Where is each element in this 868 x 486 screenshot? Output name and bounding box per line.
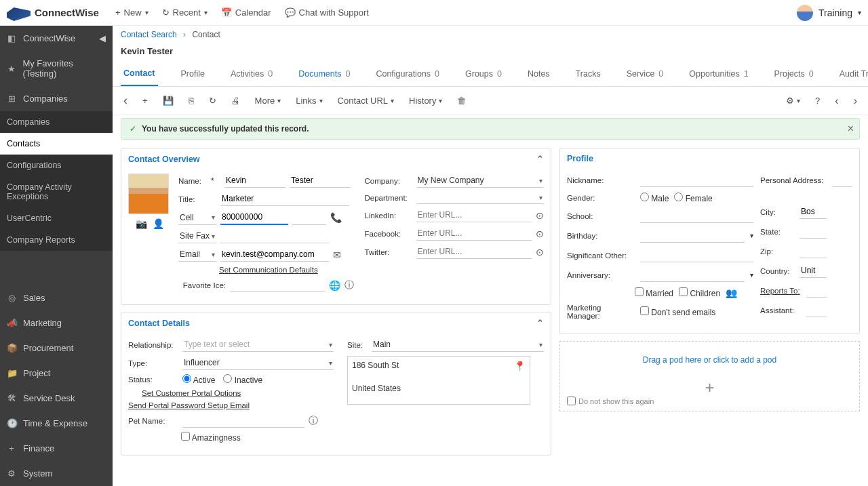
- dial-button[interactable]: 📞: [330, 212, 342, 223]
- school-input[interactable]: [640, 209, 753, 223]
- sidebar-sub-company-reports[interactable]: Company Reports: [0, 229, 113, 251]
- delete-button[interactable]: 🗑: [454, 93, 469, 108]
- email-input[interactable]: [220, 247, 329, 262]
- cell-ext-input[interactable]: [292, 211, 326, 225]
- prev-record-button[interactable]: ‹: [832, 92, 841, 110]
- new-button[interactable]: + New ▾: [115, 7, 149, 18]
- help-button[interactable]: ?: [812, 93, 823, 108]
- sidebar-sub-companies[interactable]: Companies: [0, 111, 113, 133]
- city-input[interactable]: [800, 205, 827, 219]
- twitter-input[interactable]: [416, 245, 532, 259]
- person-button[interactable]: 👤: [153, 218, 164, 229]
- sidebar-item-system[interactable]: ⚙System: [0, 461, 113, 486]
- dept-select[interactable]: ▾: [416, 192, 545, 204]
- save-button[interactable]: 💾: [160, 93, 176, 108]
- pod-drop-zone[interactable]: Drag a pod here or click to add a pod + …: [559, 341, 860, 411]
- amazingness-checkbox[interactable]: Amazingness: [181, 432, 241, 443]
- globe-button[interactable]: 🌐: [329, 280, 340, 291]
- sidebar-item-favorites[interactable]: ★My Favorites (Testing): [0, 51, 113, 86]
- close-alert-button[interactable]: ×: [848, 123, 854, 135]
- reports-to-input[interactable]: [806, 283, 827, 298]
- tab-activities[interactable]: Activities0: [228, 62, 275, 85]
- recent-button[interactable]: ↻ Recent ▾: [162, 7, 208, 18]
- sidebar-sub-configurations[interactable]: Configurations: [0, 155, 113, 176]
- tab-tracks[interactable]: Tracks: [573, 62, 604, 85]
- paddr-input[interactable]: [832, 173, 852, 187]
- reports-to-link[interactable]: Reports To:: [760, 287, 801, 295]
- add-button[interactable]: +: [140, 93, 151, 108]
- sidebar-sub-usercentric[interactable]: UserCentric: [0, 207, 113, 229]
- state-input[interactable]: [800, 224, 827, 239]
- status-active-radio[interactable]: Active: [182, 374, 215, 385]
- type-select[interactable]: Influencer▾: [182, 356, 334, 370]
- sidebar-item-project[interactable]: 📁Project: [0, 361, 113, 386]
- no-emails-checkbox[interactable]: Don't send emails: [640, 306, 715, 317]
- print-button[interactable]: 🖨: [229, 93, 243, 108]
- gender-male-radio[interactable]: Male: [640, 193, 669, 203]
- tab-service[interactable]: Service0: [624, 62, 667, 85]
- facebook-go[interactable]: ⊙: [536, 228, 544, 239]
- tab-profile[interactable]: Profile: [178, 62, 208, 85]
- info-button[interactable]: ⓘ: [344, 279, 354, 291]
- tab-notes[interactable]: Notes: [525, 62, 553, 85]
- refresh-button[interactable]: ↻: [206, 93, 219, 108]
- children-checkbox[interactable]: Children: [679, 287, 720, 298]
- sidebar-item-finance[interactable]: +Finance: [0, 436, 113, 461]
- fax-type-select[interactable]: Site Fax▾: [178, 229, 216, 243]
- pwd-email-link[interactable]: Send Portal Password Setup Email: [128, 401, 250, 409]
- links-button[interactable]: Links ▾: [293, 93, 325, 108]
- first-name-input[interactable]: [224, 174, 285, 188]
- collapse-icon[interactable]: ◀: [99, 33, 106, 43]
- sidebar-item-procurement[interactable]: 📦Procurement: [0, 336, 113, 361]
- collapse-button[interactable]: ⌃: [536, 154, 544, 164]
- assistant-input[interactable]: [806, 303, 827, 317]
- twitter-go[interactable]: ⊙: [536, 247, 544, 258]
- pet-info-button[interactable]: ⓘ: [309, 415, 318, 427]
- fax-input[interactable]: [220, 229, 329, 243]
- sidebar-item-time-expense[interactable]: 🕐Time & Expense: [0, 411, 113, 436]
- breadcrumb-search[interactable]: Contact Search: [121, 30, 177, 39]
- zip-input[interactable]: [800, 244, 827, 258]
- comm-defaults-link[interactable]: Set Communication Defaults: [219, 266, 318, 274]
- user-menu[interactable]: Training ▾: [797, 5, 861, 21]
- collapse-button[interactable]: ⌃: [536, 318, 544, 328]
- sidebar-item-marketing[interactable]: 📣Marketing: [0, 310, 113, 336]
- calendar-button[interactable]: 📅 Calendar: [221, 7, 271, 18]
- sidebar-item-companies[interactable]: ⊞Companies: [0, 86, 113, 111]
- relationship-select[interactable]: Type text or select▾: [182, 338, 334, 352]
- chat-button[interactable]: 💬 Chat with Support: [285, 7, 369, 18]
- address-box[interactable]: 186 South St United States 📍: [347, 356, 530, 405]
- cell-input[interactable]: [220, 210, 288, 225]
- birthday-input[interactable]: [640, 228, 745, 243]
- phone-type-select[interactable]: Cell▾: [178, 211, 216, 225]
- no-show-checkbox[interactable]: Do not show this again: [567, 397, 654, 405]
- tab-projects[interactable]: Projects0: [772, 62, 816, 85]
- anniversary-input[interactable]: [640, 268, 745, 282]
- country-input[interactable]: [800, 264, 827, 278]
- email-type-select[interactable]: Email▾: [178, 247, 216, 262]
- gender-female-radio[interactable]: Female: [674, 193, 712, 203]
- last-name-input[interactable]: [290, 174, 351, 188]
- tab-groups[interactable]: Groups0: [462, 62, 505, 85]
- sidebar-sub-activity-exceptions[interactable]: Company Activity Exceptions: [0, 176, 113, 207]
- tab-audit[interactable]: Audit Trail: [837, 62, 868, 85]
- title-input[interactable]: [220, 192, 349, 206]
- sidebar-item-service-desk[interactable]: 🛠Service Desk: [0, 386, 113, 411]
- next-record-button[interactable]: ›: [851, 92, 860, 110]
- company-select[interactable]: My New Company▾: [416, 174, 545, 188]
- tab-configurations[interactable]: Configurations0: [373, 62, 442, 85]
- more-button[interactable]: More ▾: [252, 93, 284, 108]
- camera-button[interactable]: 📷: [136, 218, 147, 229]
- facebook-input[interactable]: [416, 226, 532, 241]
- status-inactive-radio[interactable]: Inactive: [223, 374, 262, 385]
- site-select[interactable]: Main▾: [372, 338, 544, 352]
- people-button[interactable]: 👥: [726, 287, 737, 298]
- married-checkbox[interactable]: Married: [635, 287, 673, 298]
- sidebar-item-connectwise[interactable]: ◧ConnectWise ◀: [0, 26, 113, 51]
- fav-ice-input[interactable]: [230, 278, 325, 292]
- email-button[interactable]: ✉: [333, 249, 341, 260]
- sidebar-item-sales[interactable]: ◎Sales: [0, 285, 113, 310]
- tab-documents[interactable]: Documents0: [296, 62, 353, 85]
- linkedin-input[interactable]: [416, 208, 532, 222]
- contact-url-button[interactable]: Contact URL ▾: [335, 93, 397, 108]
